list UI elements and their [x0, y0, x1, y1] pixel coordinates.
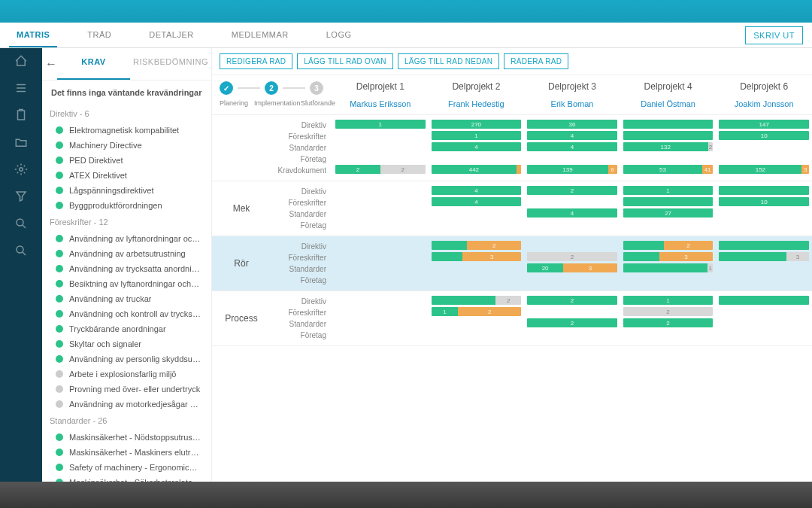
data-cell: 24 [524, 181, 620, 236]
progress-bar[interactable]: 3 [719, 252, 809, 261]
progress-bar[interactable] [719, 186, 809, 195]
progress-bar[interactable]: 1322 [623, 142, 714, 151]
progress-bar[interactable]: 22 [335, 165, 426, 174]
side-tab-risk[interactable]: RISKBEDÖMNING [130, 48, 211, 80]
sidebar-item[interactable]: Maskinsäkerhet - Säkerhetsrelaterad... [42, 475, 211, 490]
sidebar-item[interactable]: Provning med över- eller undertryck [42, 382, 211, 397]
progress-bar[interactable]: 2 [527, 296, 617, 305]
progress-bar[interactable] [623, 197, 714, 206]
main-panel: REDIGERA RADLÄGG TILL RAD OVANLÄGG TILL … [212, 48, 812, 508]
sidebar-item[interactable]: Safety of machinery - Functional Saf... [42, 490, 211, 491]
progress-bar[interactable]: 1396 [527, 165, 617, 174]
progress-bar[interactable]: 4 [527, 131, 617, 140]
section-row[interactable]: RörDirektivFöreskrifterStandarderFöretag… [212, 236, 812, 291]
back-icon[interactable]: ← [42, 48, 57, 80]
progress-bar[interactable]: 36 [527, 120, 617, 129]
home-icon[interactable] [13, 53, 29, 69]
progress-bar[interactable]: 5341 [623, 165, 714, 174]
progress-bar[interactable]: 1 [335, 120, 426, 129]
progress-bar[interactable]: 2 [432, 296, 522, 305]
sidebar-item[interactable]: Skyltar och signaler [42, 336, 211, 351]
progress-bar[interactable]: 3 [432, 252, 522, 261]
progress-bar[interactable]: 10 [719, 197, 809, 206]
sidebar-item[interactable]: Användning av trycksatta anordningar [42, 261, 211, 276]
progress-bar[interactable]: 4 [432, 186, 522, 195]
progress-bar[interactable]: 4 [527, 208, 617, 217]
progress-bar[interactable] [719, 241, 809, 250]
progress-bar[interactable]: 1 [623, 296, 714, 305]
folder-icon[interactable] [13, 134, 29, 151]
section-row[interactable]: MekDirektivFöreskrifterStandarderFöretag… [212, 181, 812, 236]
sidebar-item[interactable]: Lågspänningsdirektivet [42, 183, 211, 198]
progress-bar[interactable]: 27 [623, 208, 714, 217]
tab-medlemmar[interactable]: MEDLEMMAR [224, 23, 296, 47]
progress-bar[interactable]: 10 [719, 131, 809, 140]
progress-bar[interactable] [623, 120, 714, 129]
progress-bar[interactable]: 12 [432, 307, 522, 316]
sidebar-item[interactable]: Tryckbärande anordningar [42, 321, 211, 336]
progress-bar[interactable]: 2 [623, 241, 714, 250]
progress-bar[interactable]: 1 [623, 263, 714, 272]
sidebar-item[interactable]: Användning av lyftanordningar och l... [42, 231, 211, 246]
sidebar-item[interactable]: ATEX Direktivet [42, 168, 211, 183]
print-button[interactable]: SKRIV UT [745, 26, 803, 44]
tab-detaljer[interactable]: DETALJER [141, 23, 201, 47]
project-owner-link[interactable]: Frank Hedestig [432, 99, 522, 108]
app-window: MATRISTRÄDDETALJERMEDLEMMARLOGG SKRIV UT… [0, 0, 812, 508]
project-owner-link[interactable]: Erik Boman [527, 99, 617, 108]
sidebar-item[interactable]: Maskinsäkerhet - Nödstoppsutrustni... [42, 430, 211, 445]
progress-bar[interactable]: 147 [719, 120, 809, 129]
sidebar-item[interactable]: Arbete i explosionsfarlig miljö [42, 367, 211, 382]
sidebar-item[interactable]: Byggproduktförordningen [42, 198, 211, 213]
project-owner-link[interactable]: Markus Eriksson [335, 99, 426, 108]
data-cell: 2203 [524, 236, 620, 291]
tool-lägg-till-rad-nedan[interactable]: LÄGG TILL RAD NEDAN [398, 53, 499, 69]
progress-bar[interactable]: 2 [527, 252, 617, 261]
project-owner-link[interactable]: Daniel Östman [623, 99, 714, 108]
progress-bar[interactable] [719, 296, 809, 305]
sidebar-item[interactable]: PED Direktivet [42, 153, 211, 168]
project-owner-link[interactable]: Joakim Jonsson [719, 99, 809, 108]
tab-träd[interactable]: TRÄD [80, 23, 119, 47]
sidebar-item[interactable]: Machinery Directive [42, 138, 211, 153]
sidebar-item[interactable]: Elektromagnetisk kompabilitet [42, 123, 211, 138]
progress-bar[interactable]: 1 [432, 131, 522, 140]
list-icon[interactable] [13, 80, 29, 96]
section-row[interactable]: DirektivFöreskrifterStandarderFöretagKra… [212, 115, 812, 181]
progress-bar[interactable]: 203 [527, 263, 617, 272]
progress-bar[interactable]: 2 [623, 307, 714, 316]
tool-radera-rad[interactable]: RADERA RAD [504, 53, 568, 69]
sidebar-item[interactable]: Besiktning av lyftanordningar och vi... [42, 276, 211, 291]
progress-bar[interactable]: 4 [432, 142, 522, 151]
sidebar-item[interactable]: Användning av motorkedjesågar och... [42, 397, 211, 412]
sidebar-item[interactable]: Användning av personlig skyddsutru... [42, 351, 211, 367]
progress-bar[interactable]: 1 [623, 186, 714, 195]
tool-redigera-rad[interactable]: REDIGERA RAD [220, 53, 292, 69]
clipboard-icon[interactable] [13, 107, 29, 123]
sidebar-item[interactable]: Användning av arbetsutrustning [42, 246, 211, 261]
search-icon[interactable] [13, 215, 29, 232]
sidebar-item[interactable]: Safety of machinery - Ergonomics re... [42, 460, 211, 475]
section-row[interactable]: ProcessDirektivFöreskrifterStandarderFör… [212, 291, 812, 346]
progress-bar[interactable]: 442 [432, 165, 522, 174]
progress-bar[interactable]: 3 [623, 252, 714, 261]
sidebar-item[interactable]: Användning och kontroll av trycksatt... [42, 306, 211, 321]
progress-bar[interactable]: 1523 [719, 165, 809, 174]
side-tab-krav[interactable]: KRAV [57, 48, 130, 80]
progress-bar[interactable] [623, 131, 714, 140]
tab-logg[interactable]: LOGG [319, 23, 359, 47]
progress-bar[interactable]: 4 [527, 142, 617, 151]
progress-bar[interactable]: 2 [432, 241, 522, 250]
progress-bar[interactable]: 270 [432, 120, 522, 129]
filter-icon[interactable] [13, 188, 29, 205]
progress-bar[interactable]: 4 [432, 197, 522, 206]
progress-bar[interactable]: 2 [527, 318, 617, 327]
sidebar-item[interactable]: Användning av truckar [42, 291, 211, 306]
sidebar-item[interactable]: Maskinsäkerhet - Maskiners elutrust... [42, 445, 211, 460]
gear-icon[interactable] [13, 161, 29, 178]
progress-bar[interactable]: 2 [623, 318, 714, 327]
progress-bar[interactable]: 2 [527, 186, 617, 195]
tool-lägg-till-rad-ovan[interactable]: LÄGG TILL RAD OVAN [297, 53, 393, 69]
search2-icon[interactable] [13, 242, 29, 259]
tab-matris[interactable]: MATRIS [9, 23, 57, 47]
